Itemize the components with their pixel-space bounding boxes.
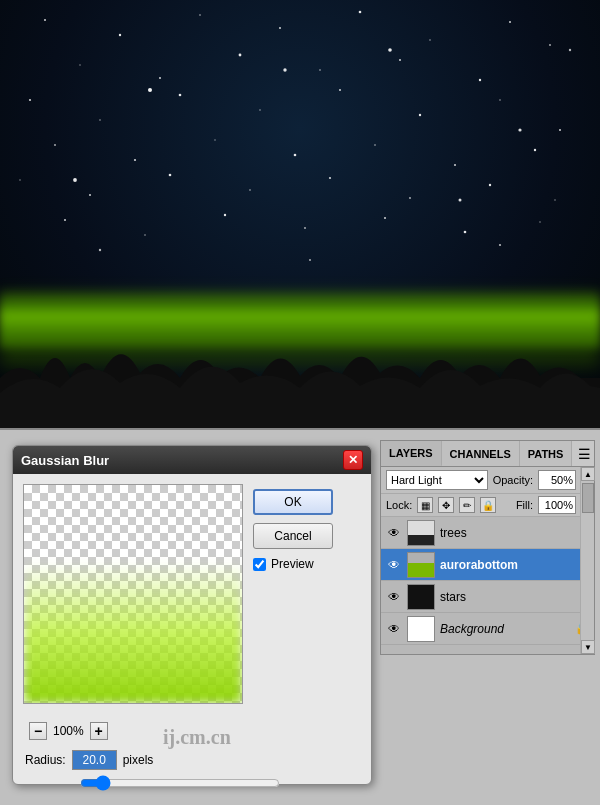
scroll-thumb[interactable] (582, 483, 594, 513)
layer-name-stars: stars (440, 590, 589, 604)
tab-channels[interactable]: CHANNELS (442, 441, 520, 466)
svg-point-39 (144, 234, 146, 236)
ok-button[interactable]: OK (253, 489, 333, 515)
svg-point-53 (499, 244, 501, 246)
svg-point-22 (559, 129, 561, 131)
lock-move-icon[interactable]: ✥ (438, 497, 454, 513)
lock-paint-icon[interactable]: ✏ (459, 497, 475, 513)
svg-point-17 (179, 94, 182, 97)
zoom-out-button[interactable]: − (29, 722, 47, 740)
layer-thumb-trees (407, 520, 435, 546)
svg-point-40 (224, 214, 226, 216)
radius-units: pixels (123, 753, 154, 767)
svg-point-49 (283, 68, 286, 71)
layer-name-trees: trees (440, 526, 589, 540)
svg-point-27 (374, 144, 376, 146)
svg-point-15 (29, 99, 31, 101)
layer-row-aurorabottom[interactable]: 👁 aurorabottom (381, 549, 594, 581)
layers-menu-button[interactable]: ☰ (572, 441, 597, 466)
svg-point-24 (134, 159, 136, 161)
scroll-down-arrow[interactable]: ▼ (581, 640, 595, 654)
treeline-svg (0, 298, 600, 428)
opacity-input[interactable] (538, 470, 576, 490)
blend-opacity-row: Hard Light Normal Multiply Screen Overla… (381, 467, 594, 494)
layers-list: 👁 trees 👁 aurorabottom 👁 stars 👁 Backgro… (381, 517, 594, 645)
svg-point-45 (148, 88, 152, 92)
svg-point-16 (99, 119, 101, 121)
radius-input[interactable]: 20.0 (72, 750, 117, 770)
dialog-close-button[interactable]: ✕ (343, 450, 363, 470)
svg-point-46 (388, 48, 392, 52)
dialog-body: OK Cancel Preview (13, 474, 371, 714)
radius-row: Radius: 20.0 pixels (25, 750, 359, 770)
svg-point-51 (99, 249, 101, 251)
layers-tabs: LAYERS CHANNELS PATHS ☰ (381, 441, 594, 467)
svg-point-26 (294, 154, 297, 157)
dialog-title: Gaussian Blur (21, 453, 109, 468)
blend-mode-select[interactable]: Hard Light Normal Multiply Screen Overla… (386, 470, 488, 490)
layer-name-background: Background (440, 622, 570, 636)
layer-row-background[interactable]: 👁 Background 🔒 (381, 613, 594, 645)
dialog-controls: OK Cancel Preview (253, 484, 333, 704)
layer-visibility-background[interactable]: 👁 (386, 621, 402, 637)
preview-checkbox[interactable] (253, 558, 266, 571)
canvas-area (0, 0, 600, 430)
svg-point-0 (44, 19, 46, 21)
lock-all-icon[interactable]: 🔒 (480, 497, 496, 513)
svg-point-38 (64, 219, 66, 221)
svg-point-35 (409, 197, 411, 199)
layer-row-stars[interactable]: 👁 stars (381, 581, 594, 613)
svg-point-18 (259, 109, 260, 110)
layer-thumb-aurorabottom (407, 552, 435, 578)
svg-point-6 (509, 21, 511, 23)
svg-point-30 (19, 179, 20, 180)
svg-point-21 (499, 99, 501, 101)
cancel-button[interactable]: Cancel (253, 523, 333, 549)
preview-canvas (23, 484, 243, 704)
svg-point-20 (419, 114, 421, 116)
svg-point-44 (539, 221, 540, 222)
svg-point-37 (554, 199, 555, 200)
radius-label: Radius: (25, 753, 66, 767)
svg-point-28 (454, 164, 456, 166)
zoom-in-button[interactable]: + (90, 722, 108, 740)
fill-input[interactable] (538, 496, 576, 514)
tab-paths[interactable]: PATHS (520, 441, 573, 466)
layer-row-trees[interactable]: 👁 trees (381, 517, 594, 549)
tab-layers[interactable]: LAYERS (381, 441, 442, 466)
radius-slider[interactable] (80, 776, 280, 790)
layer-thumb-background (407, 616, 435, 642)
svg-point-48 (73, 178, 77, 182)
layer-name-aurorabottom: aurorabottom (440, 558, 589, 572)
opacity-label: Opacity: (493, 474, 533, 486)
dialog-bottom: − 100% + Radius: 20.0 pixels (13, 714, 371, 801)
svg-point-34 (329, 177, 331, 179)
svg-point-4 (359, 11, 362, 14)
svg-point-12 (399, 59, 401, 61)
svg-point-25 (214, 139, 215, 140)
lock-label: Lock: (386, 499, 412, 511)
svg-point-7 (569, 49, 571, 51)
svg-point-3 (279, 27, 281, 29)
zoom-controls: − 100% + (25, 722, 359, 740)
svg-point-13 (479, 79, 481, 81)
layers-scrollbar[interactable]: ▲ ▼ (580, 467, 594, 654)
svg-point-11 (319, 69, 321, 71)
layer-visibility-stars[interactable]: 👁 (386, 589, 402, 605)
svg-point-42 (384, 217, 386, 219)
svg-point-52 (309, 259, 311, 261)
layer-visibility-aurorabottom[interactable]: 👁 (386, 557, 402, 573)
svg-point-10 (239, 54, 242, 57)
svg-point-50 (459, 199, 462, 202)
svg-point-33 (249, 189, 251, 191)
svg-point-29 (534, 149, 536, 151)
layer-visibility-trees[interactable]: 👁 (386, 525, 402, 541)
svg-point-1 (119, 34, 121, 36)
svg-point-19 (339, 89, 341, 91)
scroll-up-arrow[interactable]: ▲ (581, 467, 595, 481)
dialog-titlebar: Gaussian Blur ✕ (13, 446, 371, 474)
svg-point-31 (89, 194, 91, 196)
lock-checkerboard-icon[interactable]: ▦ (417, 497, 433, 513)
svg-point-14 (549, 44, 551, 46)
fill-label: Fill: (516, 499, 533, 511)
